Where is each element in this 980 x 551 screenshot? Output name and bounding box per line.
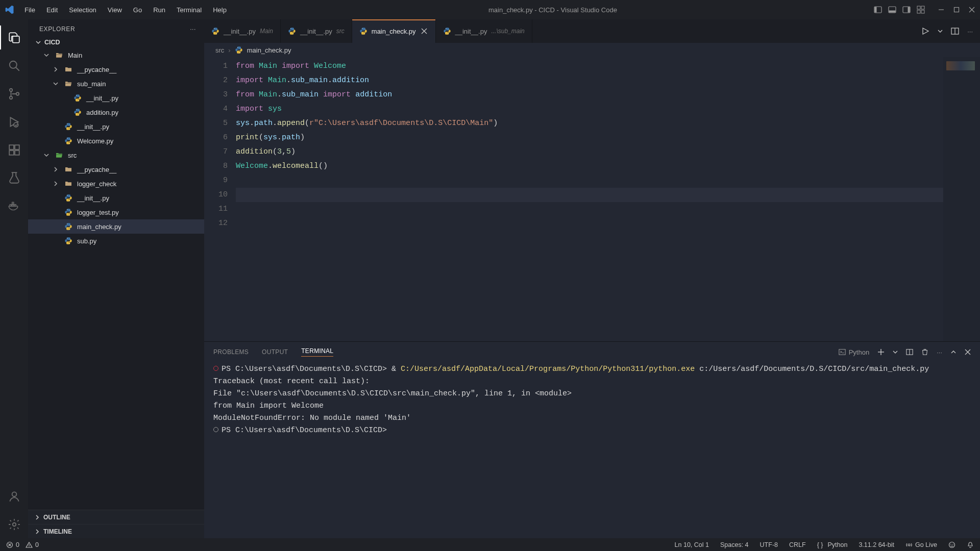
activity-settings-icon[interactable] — [0, 510, 28, 538]
code-line[interactable]: from Main.sub_main import addition — [236, 88, 943, 102]
status-errors[interactable]: 0 — [6, 541, 19, 548]
status-go-live[interactable]: Go Live — [905, 541, 937, 548]
toggle-primary-sidebar-icon[interactable] — [874, 6, 882, 14]
workspace-root-label: CICD — [44, 39, 60, 46]
status-go-live-label: Go Live — [915, 541, 937, 548]
status-python-version[interactable]: 3.11.2 64-bit — [859, 541, 894, 548]
file-row[interactable]: Welcome.py — [28, 134, 204, 148]
split-editor-icon[interactable] — [951, 27, 959, 35]
workspace-root[interactable]: CICD — [28, 37, 204, 48]
python-file-icon — [235, 46, 243, 54]
code-line[interactable]: print(sys.path) — [236, 131, 943, 145]
customize-layout-icon[interactable] — [917, 6, 925, 14]
close-window-icon[interactable] — [968, 6, 976, 14]
status-ln-col[interactable]: Ln 10, Col 1 — [675, 541, 709, 548]
breadcrumb-file[interactable]: main_check.py — [247, 46, 291, 54]
toggle-secondary-sidebar-icon[interactable] — [902, 6, 911, 14]
menu-view[interactable]: View — [103, 3, 127, 17]
kill-terminal-icon[interactable] — [921, 348, 928, 356]
file-row[interactable]: addition.py — [28, 105, 204, 119]
split-terminal-icon[interactable] — [906, 348, 913, 356]
status-eol[interactable]: CRLF — [789, 541, 806, 548]
status-language[interactable]: { }Python — [817, 541, 848, 548]
more-icon[interactable]: ··· — [190, 26, 196, 33]
folder-row[interactable]: __pycache__ — [28, 162, 204, 177]
status-bell-icon[interactable] — [967, 541, 974, 548]
menu-run[interactable]: Run — [148, 3, 170, 17]
panel-more-icon[interactable]: ··· — [937, 348, 942, 356]
menu-selection[interactable]: Selection — [64, 3, 101, 17]
menu-help[interactable]: Help — [208, 3, 232, 17]
activity-testing-icon[interactable] — [0, 164, 28, 192]
editor-tab[interactable]: __init__.pyMain — [204, 19, 281, 43]
more-actions-icon[interactable]: ··· — [967, 28, 973, 35]
folder-row[interactable]: src — [28, 148, 204, 162]
tree-item-label: __init__.py — [77, 123, 204, 131]
menu-file[interactable]: File — [19, 3, 40, 17]
file-row[interactable]: sub.py — [28, 234, 204, 248]
panel-tab-problems[interactable]: PROBLEMS — [213, 348, 249, 356]
close-tab-icon[interactable] — [420, 27, 428, 35]
close-panel-icon[interactable] — [965, 349, 971, 355]
folder-row[interactable]: sub_main — [28, 77, 204, 91]
prompt-idle-icon — [213, 427, 218, 432]
code-line[interactable]: addition(3,5) — [236, 145, 943, 159]
toggle-panel-icon[interactable] — [888, 6, 896, 14]
chevron-down-icon — [42, 151, 51, 159]
activity-source-control-icon[interactable] — [0, 80, 28, 108]
file-row[interactable]: __init__.py — [28, 119, 204, 134]
folder-row[interactable]: __pycache__ — [28, 62, 204, 77]
code-line[interactable]: Welcome.welcomeall() — [236, 159, 943, 173]
activity-extensions-icon[interactable] — [0, 136, 28, 164]
minimap[interactable] — [943, 57, 980, 341]
svg-point-19 — [16, 92, 18, 95]
status-spaces[interactable]: Spaces: 4 — [720, 541, 749, 548]
new-terminal-dropdown-icon[interactable] — [893, 349, 898, 355]
menu-go[interactable]: Go — [128, 3, 147, 17]
terminal-body[interactable]: PS C:\Users\asdf\Documents\D.S\CICD> & C… — [204, 362, 980, 538]
code-line[interactable]: from Main import Welcome — [236, 59, 943, 73]
editor-tab[interactable]: __init__.pysrc — [281, 19, 352, 43]
minimap-content — [946, 61, 975, 70]
status-encoding[interactable]: UTF-8 — [760, 541, 778, 548]
file-row[interactable]: __init__.py — [28, 191, 204, 205]
activity-docker-icon[interactable] — [0, 192, 28, 220]
minimize-icon[interactable] — [937, 6, 945, 14]
code-line[interactable]: import Main.sub_main.addition — [236, 73, 943, 88]
menu-edit[interactable]: Edit — [41, 3, 63, 17]
activity-accounts-icon[interactable] — [0, 482, 28, 510]
editor-tab[interactable]: main_check.py — [352, 19, 436, 43]
run-dropdown-icon[interactable] — [938, 29, 943, 34]
status-warnings[interactable]: 0 — [26, 541, 39, 548]
breadcrumb[interactable]: src › main_check.py — [204, 43, 980, 57]
status-feedback-icon[interactable] — [948, 541, 955, 548]
breadcrumb-folder[interactable]: src — [215, 46, 224, 54]
folder-row[interactable]: Main — [28, 48, 204, 62]
code-line[interactable]: import sys — [236, 102, 943, 116]
panel-tab-output[interactable]: OUTPUT — [262, 348, 288, 356]
maximize-panel-icon[interactable] — [950, 349, 957, 355]
run-file-icon[interactable] — [921, 27, 929, 35]
file-row[interactable]: logger_test.py — [28, 205, 204, 219]
menu-terminal[interactable]: Terminal — [172, 3, 207, 17]
chevron-right-icon — [52, 165, 60, 173]
code-area[interactable]: from Main import Welcomeimport Main.sub_… — [236, 57, 943, 341]
code-line[interactable]: sys.path.append(r"C:\Users\asdf\Document… — [236, 116, 943, 131]
activity-explorer-icon[interactable] — [0, 23, 28, 52]
new-terminal-icon[interactable] — [877, 348, 885, 356]
svg-point-49 — [216, 33, 217, 34]
outline-section[interactable]: OUTLINE — [28, 510, 204, 524]
editor-tab[interactable]: __init__.py...\sub_main — [436, 19, 532, 43]
code-editor[interactable]: 123456789101112 from Main import Welcome… — [204, 57, 980, 341]
folder-row[interactable]: logger_check — [28, 177, 204, 191]
timeline-section[interactable]: TIMELINE — [28, 524, 204, 538]
svg-point-30 — [12, 492, 16, 496]
panel-tab-terminal[interactable]: TERMINAL — [301, 347, 333, 357]
terminal-shell-label: Python — [849, 348, 869, 356]
maximize-icon[interactable] — [952, 6, 961, 14]
activity-run-debug-icon[interactable] — [0, 108, 28, 136]
file-row[interactable]: main_check.py — [28, 219, 204, 234]
file-row[interactable]: __init__.py — [28, 91, 204, 105]
terminal-shell-icon[interactable]: Python — [839, 348, 869, 356]
activity-search-icon[interactable] — [0, 52, 28, 80]
